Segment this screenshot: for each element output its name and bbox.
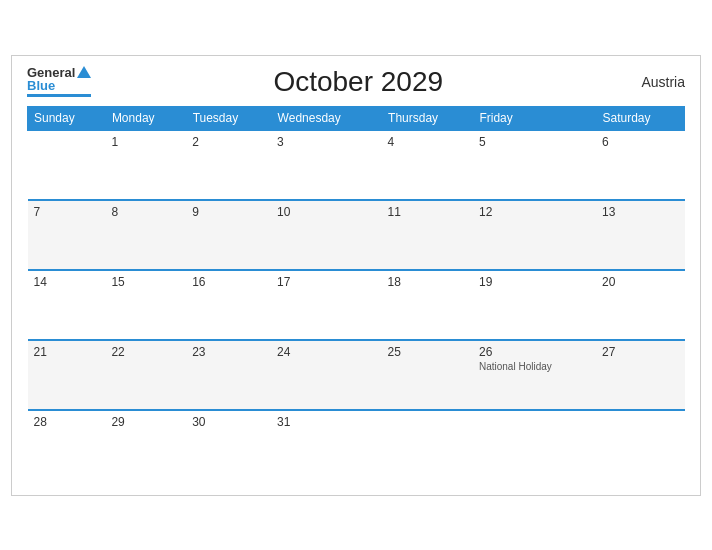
calendar-cell: 8 <box>105 200 186 270</box>
calendar-cell <box>473 410 596 480</box>
calendar-container: General Blue October 2029 Austria Sunday… <box>11 55 701 496</box>
day-number: 18 <box>388 275 467 289</box>
calendar-cell: 10 <box>271 200 381 270</box>
calendar-cell: 14 <box>28 270 106 340</box>
calendar-title: October 2029 <box>91 66 625 98</box>
calendar-cell: 25 <box>382 340 473 410</box>
day-number: 23 <box>192 345 265 359</box>
calendar-cell: 16 <box>186 270 271 340</box>
day-number: 12 <box>479 205 590 219</box>
header-sunday: Sunday <box>28 106 106 130</box>
calendar-cell: 3 <box>271 130 381 200</box>
day-number: 21 <box>34 345 100 359</box>
calendar-week-row: 14151617181920 <box>28 270 685 340</box>
calendar-cell: 17 <box>271 270 381 340</box>
day-number: 25 <box>388 345 467 359</box>
logo-line <box>27 94 91 97</box>
day-number: 22 <box>111 345 180 359</box>
day-number: 30 <box>192 415 265 429</box>
calendar-cell <box>382 410 473 480</box>
calendar-cell: 20 <box>596 270 685 340</box>
logo-triangle-icon <box>77 66 91 78</box>
calendar-week-row: 78910111213 <box>28 200 685 270</box>
calendar-cell: 21 <box>28 340 106 410</box>
day-number: 27 <box>602 345 679 359</box>
weekday-header-row: Sunday Monday Tuesday Wednesday Thursday… <box>28 106 685 130</box>
calendar-cell: 19 <box>473 270 596 340</box>
day-number: 3 <box>277 135 375 149</box>
day-number: 16 <box>192 275 265 289</box>
calendar-cell: 1 <box>105 130 186 200</box>
calendar-week-row: 212223242526National Holiday27 <box>28 340 685 410</box>
calendar-cell: 7 <box>28 200 106 270</box>
day-number: 28 <box>34 415 100 429</box>
header-saturday: Saturday <box>596 106 685 130</box>
day-number: 2 <box>192 135 265 149</box>
day-number: 26 <box>479 345 590 359</box>
day-number: 5 <box>479 135 590 149</box>
day-number: 1 <box>111 135 180 149</box>
calendar-cell: 27 <box>596 340 685 410</box>
holiday-label: National Holiday <box>479 361 590 372</box>
day-number: 24 <box>277 345 375 359</box>
calendar-cell <box>28 130 106 200</box>
day-number: 6 <box>602 135 679 149</box>
calendar-cell: 2 <box>186 130 271 200</box>
calendar-cell <box>596 410 685 480</box>
calendar-week-row: 28293031 <box>28 410 685 480</box>
calendar-week-row: 123456 <box>28 130 685 200</box>
day-number: 7 <box>34 205 100 219</box>
calendar-cell: 13 <box>596 200 685 270</box>
header-friday: Friday <box>473 106 596 130</box>
day-number: 9 <box>192 205 265 219</box>
calendar-cell: 28 <box>28 410 106 480</box>
calendar-cell: 22 <box>105 340 186 410</box>
day-number: 10 <box>277 205 375 219</box>
day-number: 14 <box>34 275 100 289</box>
day-number: 29 <box>111 415 180 429</box>
calendar-cell: 15 <box>105 270 186 340</box>
calendar-cell: 23 <box>186 340 271 410</box>
day-number: 8 <box>111 205 180 219</box>
day-number: 19 <box>479 275 590 289</box>
day-number: 11 <box>388 205 467 219</box>
day-number: 20 <box>602 275 679 289</box>
logo-blue: Blue <box>27 79 91 97</box>
calendar-cell: 26National Holiday <box>473 340 596 410</box>
calendar-cell: 12 <box>473 200 596 270</box>
calendar-cell: 6 <box>596 130 685 200</box>
calendar-cell: 24 <box>271 340 381 410</box>
header-thursday: Thursday <box>382 106 473 130</box>
calendar-cell: 18 <box>382 270 473 340</box>
calendar-cell: 11 <box>382 200 473 270</box>
calendar-cell: 30 <box>186 410 271 480</box>
calendar-cell: 5 <box>473 130 596 200</box>
day-number: 4 <box>388 135 467 149</box>
logo: General Blue <box>27 66 91 97</box>
calendar-cell: 31 <box>271 410 381 480</box>
header-wednesday: Wednesday <box>271 106 381 130</box>
day-number: 17 <box>277 275 375 289</box>
day-number: 13 <box>602 205 679 219</box>
calendar-cell: 9 <box>186 200 271 270</box>
calendar-header: General Blue October 2029 Austria <box>27 66 685 98</box>
day-number: 31 <box>277 415 375 429</box>
country-label: Austria <box>625 74 685 90</box>
header-monday: Monday <box>105 106 186 130</box>
calendar-cell: 29 <box>105 410 186 480</box>
header-tuesday: Tuesday <box>186 106 271 130</box>
calendar-grid: Sunday Monday Tuesday Wednesday Thursday… <box>27 106 685 480</box>
day-number: 15 <box>111 275 180 289</box>
calendar-cell: 4 <box>382 130 473 200</box>
